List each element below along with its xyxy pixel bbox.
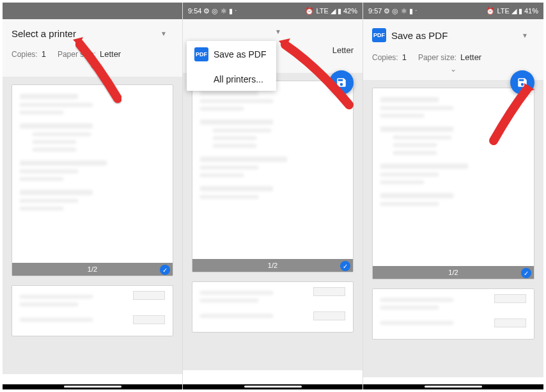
- printer-label: Select a printer: [12, 28, 76, 39]
- phone-screen-1: Select a printer ▼ Copies: 1 Paper size:…: [3, 3, 183, 389]
- paper-size-option[interactable]: Letter: [332, 45, 354, 55]
- chevron-down-icon: ▼: [522, 32, 528, 39]
- paper-size-option[interactable]: Paper size: Letter: [418, 52, 481, 62]
- preview-page-1[interactable]: 1/2✓: [192, 81, 354, 272]
- expand-options-icon[interactable]: ⌄: [372, 65, 534, 76]
- paper-size-option[interactable]: Paper size: Letter: [58, 49, 121, 59]
- page-selected-check-icon[interactable]: ✓: [340, 261, 350, 271]
- tutorial-triptych: Select a printer ▼ Copies: 1 Paper size:…: [0, 0, 546, 392]
- preview-page-2[interactable]: [12, 285, 173, 336]
- save-pdf-fab[interactable]: [329, 70, 354, 95]
- page-button[interactable]: [133, 315, 165, 324]
- expand-options-icon[interactable]: ⌄: [12, 61, 173, 73]
- dropdown-item-all-printers[interactable]: All printers...: [187, 68, 276, 91]
- navigation-bar: [183, 384, 363, 389]
- phone-screen-3: 9:57⚙ ◎ ⚛ ▮ ⋅ ⏰ LTE ◢ ▮ 41% PDF Save as …: [363, 3, 543, 389]
- preview-page-1[interactable]: 1/2✓: [372, 88, 534, 279]
- printer-dropdown-menu: PDF Save as PDF All printers...: [187, 41, 276, 91]
- dropdown-item-save-as-pdf[interactable]: PDF Save as PDF: [187, 41, 276, 68]
- printer-select-dropdown[interactable]: Select a printer ▼: [12, 26, 173, 42]
- print-preview-area[interactable]: 1/2✓: [363, 80, 543, 377]
- copies-option[interactable]: Copies: 1: [372, 52, 407, 62]
- preview-page-2[interactable]: [192, 281, 354, 333]
- print-header: ▼ PDF Save as PDF All printers... Letter…: [183, 19, 363, 73]
- status-bar: 9:54⚙ ◎ ⚛ ▮ ⋅ ⏰ LTE ◢ ▮ 42%: [183, 3, 363, 19]
- preview-page-1[interactable]: 1/2✓: [12, 84, 173, 276]
- page-indicator: 1/2✓: [192, 259, 353, 272]
- print-preview-area[interactable]: 1/2✓: [183, 73, 363, 370]
- print-header: Select a printer ▼ Copies: 1 Paper size:…: [3, 19, 182, 77]
- chevron-down-icon: ▼: [275, 28, 281, 35]
- printer-select-dropdown[interactable]: ▼: [192, 26, 354, 38]
- page-button[interactable]: [313, 311, 345, 320]
- printer-select-dropdown[interactable]: PDF Save as PDF ▼: [372, 26, 534, 45]
- page-button[interactable]: [494, 318, 526, 327]
- save-icon: [517, 77, 528, 88]
- save-pdf-fab[interactable]: [510, 70, 534, 95]
- print-preview-area[interactable]: 1/2✓: [3, 77, 182, 374]
- page-button[interactable]: [494, 294, 526, 303]
- print-options: Copies: 1 Paper size: Letter: [372, 52, 534, 62]
- chevron-down-icon: ▼: [160, 30, 167, 37]
- page-button[interactable]: [133, 291, 165, 300]
- printer-label: Save as PDF: [391, 30, 448, 41]
- page-indicator: 1/2✓: [373, 266, 534, 279]
- save-icon: [336, 77, 347, 88]
- print-options: Copies: 1 Paper size: Letter: [12, 49, 173, 59]
- status-bar: [3, 3, 182, 19]
- navigation-bar: [363, 384, 543, 389]
- navigation-bar: [3, 384, 182, 389]
- status-bar: 9:57⚙ ◎ ⚛ ▮ ⋅ ⏰ LTE ◢ ▮ 41%: [363, 3, 543, 19]
- copies-option[interactable]: Copies: 1: [12, 49, 46, 59]
- print-header: PDF Save as PDF ▼ Copies: 1 Paper size: …: [363, 19, 543, 80]
- phone-screen-2: 9:54⚙ ◎ ⚛ ▮ ⋅ ⏰ LTE ◢ ▮ 42% ▼ PDF Save a…: [183, 3, 363, 389]
- pdf-icon: PDF: [194, 47, 208, 61]
- page-indicator: 1/2✓: [12, 263, 173, 276]
- preview-page-2[interactable]: [372, 288, 534, 340]
- pdf-icon: PDF: [372, 28, 386, 42]
- page-selected-check-icon[interactable]: ✓: [521, 268, 531, 278]
- page-selected-check-icon[interactable]: ✓: [160, 265, 170, 275]
- page-button[interactable]: [313, 287, 345, 296]
